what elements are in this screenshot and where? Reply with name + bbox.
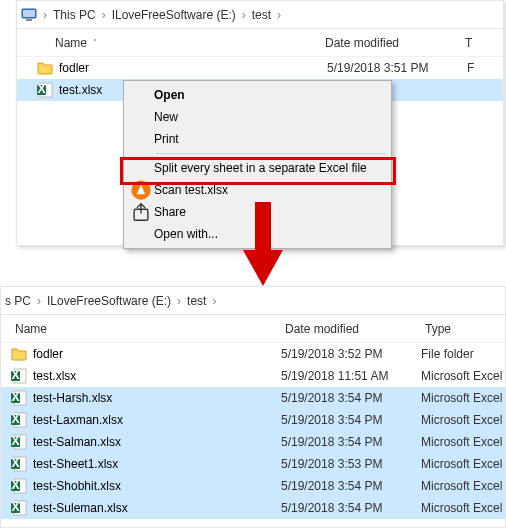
file-date: 5/19/2018 3:52 PM (281, 347, 421, 361)
file-date: 5/19/2018 3:53 PM (281, 457, 421, 471)
breadcrumb-segment[interactable]: test (183, 294, 210, 308)
excel-icon: X (11, 456, 27, 472)
excel-icon: X (11, 390, 27, 406)
column-headers: Name˄ Date modified T (17, 29, 503, 57)
file-row[interactable]: Xtest-Sheet1.xlsx5/19/2018 3:53 PMMicros… (1, 453, 505, 475)
file-name: test.xlsx (59, 83, 102, 97)
chevron-right-icon: › (275, 8, 283, 22)
file-name: test-Suleman.xlsx (33, 501, 128, 515)
file-row[interactable]: Xtest-Suleman.xlsx5/19/2018 3:54 PMMicro… (1, 497, 505, 519)
file-type: F (467, 61, 503, 75)
menu-item-label: Share (152, 205, 186, 219)
chevron-right-icon: › (240, 8, 248, 22)
menu-item-label: New (152, 110, 178, 124)
menu-item[interactable]: New (126, 106, 389, 128)
menu-item[interactable]: Share (126, 201, 389, 223)
file-name: test-Harsh.xlsx (33, 391, 112, 405)
share-icon (130, 201, 152, 223)
menu-item[interactable]: Open with... (126, 223, 389, 245)
menu-item-label: Open with... (152, 227, 218, 241)
excel-icon: X (11, 478, 27, 494)
file-type: Microsoft Excel W... (421, 457, 505, 471)
breadcrumb: › This PC › ILoveFreeSoftware (E:) › tes… (17, 1, 503, 29)
explorer-window-bottom: s PC › ILoveFreeSoftware (E:) › test › N… (0, 286, 506, 528)
file-row[interactable]: Xtest-Salman.xlsx5/19/2018 3:54 PMMicros… (1, 431, 505, 453)
file-name: test.xlsx (33, 369, 76, 383)
avast-icon (130, 179, 152, 201)
menu-separator (156, 153, 385, 154)
svg-rect-1 (23, 10, 35, 17)
menu-item-label: Scan test.xlsx (152, 183, 228, 197)
file-row[interactable]: Xtest-Shobhit.xlsx5/19/2018 3:54 PMMicro… (1, 475, 505, 497)
svg-text:X: X (11, 390, 19, 404)
excel-icon: X (37, 82, 53, 98)
file-row[interactable]: Xtest-Laxman.xlsx5/19/2018 3:54 PMMicros… (1, 409, 505, 431)
svg-rect-2 (26, 19, 32, 21)
folder-icon (37, 60, 53, 76)
breadcrumb-segment[interactable]: This PC (49, 8, 100, 22)
chevron-right-icon: › (175, 294, 183, 308)
breadcrumb-segment[interactable]: s PC (1, 294, 35, 308)
menu-item[interactable]: Split every sheet in a separate Excel fi… (126, 157, 389, 179)
chevron-right-icon: › (35, 294, 43, 308)
file-row[interactable]: fodler5/19/2018 3:52 PMFile folder (1, 343, 505, 365)
column-header-type[interactable]: Type (417, 322, 505, 336)
column-headers: Name Date modified Type (1, 315, 505, 343)
svg-text:X: X (11, 412, 19, 426)
file-type: Microsoft Excel W... (421, 435, 505, 449)
svg-text:X: X (11, 456, 19, 470)
file-row[interactable]: fodler5/19/2018 3:51 PMF (17, 57, 503, 79)
column-header-type[interactable]: T (457, 36, 503, 50)
file-list: fodler5/19/2018 3:52 PMFile folderXtest.… (1, 343, 505, 519)
sort-caret-icon: ˄ (93, 38, 97, 47)
menu-item[interactable]: Print (126, 128, 389, 150)
excel-icon: X (11, 500, 27, 516)
file-date: 5/19/2018 11:51 AM (281, 369, 421, 383)
chevron-right-icon: › (100, 8, 108, 22)
breadcrumb: s PC › ILoveFreeSoftware (E:) › test › (1, 287, 505, 315)
svg-text:X: X (11, 500, 19, 514)
file-type: Microsoft Excel W... (421, 479, 505, 493)
svg-text:X: X (11, 434, 19, 448)
this-pc-icon (21, 7, 37, 23)
svg-marker-9 (243, 250, 283, 286)
file-date: 5/19/2018 3:54 PM (281, 435, 421, 449)
menu-item[interactable]: Open (126, 84, 389, 106)
excel-icon: X (11, 412, 27, 428)
chevron-right-icon: › (41, 8, 49, 22)
menu-item-label: Split every sheet in a separate Excel fi… (152, 161, 367, 175)
file-date: 5/19/2018 3:54 PM (281, 501, 421, 515)
context-menu: OpenNewPrintSplit every sheet in a separ… (123, 80, 392, 249)
file-date: 5/19/2018 3:51 PM (327, 61, 467, 75)
file-type: Microsoft Excel W... (421, 369, 505, 383)
breadcrumb-segment[interactable]: test (248, 8, 275, 22)
svg-text:X: X (11, 368, 19, 382)
file-type: Microsoft Excel W... (421, 413, 505, 427)
folder-icon (11, 346, 27, 362)
breadcrumb-segment[interactable]: ILoveFreeSoftware (E:) (43, 294, 175, 308)
file-name: test-Salman.xlsx (33, 435, 121, 449)
chevron-right-icon: › (210, 294, 218, 308)
column-header-date[interactable]: Date modified (317, 36, 457, 50)
file-name: test-Sheet1.xlsx (33, 457, 118, 471)
svg-text:X: X (11, 478, 19, 492)
file-type: File folder (421, 347, 505, 361)
file-row[interactable]: Xtest.xlsx5/19/2018 11:51 AMMicrosoft Ex… (1, 365, 505, 387)
column-header-date[interactable]: Date modified (277, 322, 417, 336)
column-header-name[interactable]: Name˄ (17, 36, 317, 50)
menu-item-label: Print (152, 132, 179, 146)
column-header-name[interactable]: Name (1, 322, 277, 336)
file-row[interactable]: Xtest-Harsh.xlsx5/19/2018 3:54 PMMicroso… (1, 387, 505, 409)
file-name: fodler (33, 347, 63, 361)
file-name: test-Shobhit.xlsx (33, 479, 121, 493)
file-type: Microsoft Excel W... (421, 391, 505, 405)
excel-icon: X (11, 368, 27, 384)
breadcrumb-segment[interactable]: ILoveFreeSoftware (E:) (108, 8, 240, 22)
file-name: fodler (59, 61, 89, 75)
file-date: 5/19/2018 3:54 PM (281, 391, 421, 405)
svg-text:X: X (37, 82, 45, 96)
menu-item[interactable]: Scan test.xlsx (126, 179, 389, 201)
file-date: 5/19/2018 3:54 PM (281, 479, 421, 493)
file-type: Microsoft Excel W... (421, 501, 505, 515)
excel-icon: X (11, 434, 27, 450)
